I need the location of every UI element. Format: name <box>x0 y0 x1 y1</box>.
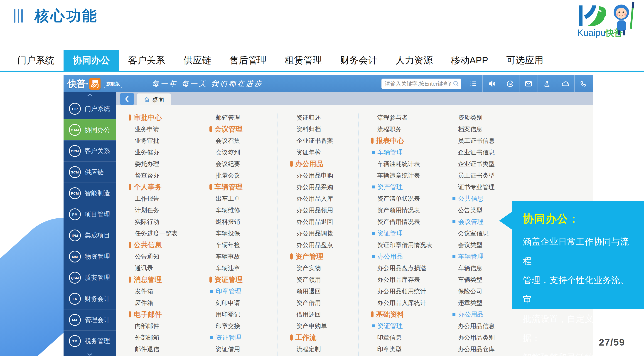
tab-6[interactable]: 租赁管理 <box>276 50 331 71</box>
sidebar-item-qsm[interactable]: QSM质安管理 <box>64 267 116 288</box>
menu-item[interactable]: 委托办理 <box>129 158 197 170</box>
sidebar-item-mm[interactable]: MM物资管理 <box>64 246 116 267</box>
menu-header[interactable]: 资证管理 <box>210 274 278 285</box>
menu-item[interactable]: 办公用品领用 <box>290 204 358 216</box>
sidebar-item-fa[interactable]: FA财务会计 <box>64 288 116 309</box>
sidebar-item-eip[interactable]: EIP门户系统 <box>64 98 116 119</box>
sidebar-item-ma[interactable]: MA管理会计 <box>64 309 116 330</box>
menu-header[interactable]: 车辆管理 <box>210 181 278 193</box>
menu-header[interactable]: 工作流 <box>290 332 358 343</box>
menu-header[interactable]: 会议管理 <box>210 123 278 135</box>
menu-header[interactable]: 审批中心 <box>129 112 197 123</box>
search-icon[interactable] <box>453 80 460 88</box>
menu-item[interactable]: 保险公司 <box>452 285 520 297</box>
menu-item[interactable]: 通讯录 <box>129 262 197 274</box>
menu-subheader[interactable]: 办公用品 <box>452 308 520 320</box>
sidebar-item-scm[interactable]: SCM供应链 <box>64 161 116 183</box>
tab-1[interactable]: 门户系统 <box>8 50 64 71</box>
menu-item[interactable]: 业务催办 <box>129 146 197 158</box>
mail-icon[interactable] <box>519 75 538 92</box>
menu-item[interactable]: 出车工单 <box>210 193 278 204</box>
menu-item[interactable]: 车辆违章统计表 <box>371 170 439 181</box>
sidebar-item-tm[interactable]: TM税务管理 <box>64 330 116 351</box>
stamp-icon[interactable] <box>538 75 556 92</box>
menu-item[interactable]: 用印登记 <box>210 308 278 320</box>
menu-item[interactable]: 刻印申请 <box>210 297 278 308</box>
menu-item[interactable]: 工作报告 <box>129 193 197 204</box>
menu-item[interactable]: 办公用品盘点损溢 <box>371 262 439 274</box>
menu-item[interactable]: 任务进度一览表 <box>129 227 197 239</box>
tab-4[interactable]: 供应链 <box>174 50 220 71</box>
menu-item[interactable]: 资产借用 <box>290 297 358 308</box>
back-button[interactable] <box>120 93 134 105</box>
menu-item[interactable]: 资证印章借用情况表 <box>371 239 439 251</box>
menu-item[interactable]: 办公用品仓库 <box>452 343 520 355</box>
menu-subheader[interactable]: 办公用品 <box>371 251 439 262</box>
menu-item[interactable]: 实际行动 <box>129 216 197 227</box>
chevron-up-icon[interactable] <box>64 92 116 98</box>
menu-item[interactable]: 证书专业管理 <box>452 181 520 193</box>
chevron-down-icon[interactable] <box>64 351 116 356</box>
tab-2[interactable]: 协同办公 <box>64 50 119 71</box>
menu-header[interactable]: 基础资料 <box>371 308 439 320</box>
menu-item[interactable]: 印章交接 <box>210 320 278 332</box>
sidebar-item-oam[interactable]: OAM协同办公 <box>64 119 116 140</box>
menu-item[interactable]: 计划任务 <box>129 204 197 216</box>
menu-item[interactable]: 资质类别 <box>452 112 520 123</box>
sidebar-item-pcm[interactable]: PCM智能制造 <box>64 183 116 204</box>
menu-item[interactable]: 燃料报销 <box>210 216 278 227</box>
menu-item[interactable]: 业务审批 <box>129 135 197 146</box>
menu-item[interactable]: 资产实物 <box>290 262 358 274</box>
menu-item[interactable]: 车辆事故 <box>210 251 278 262</box>
menu-item[interactable]: 办公用品入库统计 <box>371 297 439 308</box>
menu-item[interactable]: 车辆类型 <box>452 274 520 285</box>
cloud-icon[interactable] <box>556 75 574 92</box>
menu-subheader[interactable]: 车辆管理 <box>452 251 520 262</box>
menu-item[interactable]: 流程定制 <box>290 343 358 355</box>
menu-item[interactable]: 车辆年检 <box>210 239 278 251</box>
list-icon[interactable] <box>464 75 482 92</box>
sidebar-item-crm[interactable]: CRM客户关系 <box>64 140 116 161</box>
menu-item[interactable]: 办公用品调拨 <box>290 227 358 239</box>
menu-item[interactable]: 领用退回 <box>290 285 358 297</box>
menu-item[interactable]: 流程参与者 <box>371 112 439 123</box>
tab-5[interactable]: 售后管理 <box>220 50 276 71</box>
menu-header[interactable]: 报表中心 <box>371 135 439 146</box>
menu-item[interactable]: 办公用品库存表 <box>371 274 439 285</box>
menu-item[interactable]: 办公用品入库 <box>290 193 358 204</box>
menu-item[interactable]: 档案信息 <box>452 123 520 135</box>
menu-item[interactable]: 办公用品退回 <box>290 216 358 227</box>
menu-item[interactable]: 资证借用 <box>210 343 278 355</box>
menu-item[interactable]: 违章类型 <box>452 297 520 308</box>
menu-item[interactable]: 会议纪要 <box>210 158 278 170</box>
menu-header[interactable]: 个人事务 <box>129 181 197 193</box>
menu-item[interactable]: 资产申购单 <box>290 320 358 332</box>
menu-item[interactable]: 企业证书信息 <box>452 146 520 158</box>
menu-subheader[interactable]: 资产管理 <box>371 181 439 193</box>
menu-item[interactable]: 印章类型 <box>371 343 439 355</box>
menu-item[interactable]: 车辆信息 <box>452 262 520 274</box>
menu-item[interactable]: 废件箱 <box>129 297 197 308</box>
menu-item[interactable]: 印章信息 <box>371 332 439 343</box>
sidebar-item-ipm[interactable]: IPM集成项目 <box>64 225 116 246</box>
menu-item[interactable]: 车辆违章 <box>210 262 278 274</box>
menu-item[interactable]: 办公用品信息 <box>452 320 520 332</box>
menu-header[interactable]: 资产管理 <box>290 251 358 262</box>
menu-item[interactable]: 办公用品类别 <box>452 332 520 343</box>
menu-item[interactable]: 企业证书备案 <box>290 135 358 146</box>
im-icon[interactable]: IM <box>501 75 519 92</box>
menu-item[interactable]: 督查督办 <box>129 170 197 181</box>
menu-item[interactable]: 借用还回 <box>290 308 358 320</box>
phone-icon[interactable] <box>574 75 593 92</box>
menu-item[interactable]: 会议召集 <box>210 135 278 146</box>
speaker-icon[interactable] <box>482 75 501 92</box>
menu-item[interactable]: 资产借用情况表 <box>371 216 439 227</box>
menu-item[interactable]: 员工证书信息 <box>452 135 520 146</box>
menu-item[interactable]: 车辆油耗统计表 <box>371 158 439 170</box>
search-input[interactable] <box>384 80 451 87</box>
menu-item[interactable]: 员工证书类型 <box>452 170 520 181</box>
menu-item[interactable]: 资料归档 <box>290 123 358 135</box>
menu-item[interactable]: 会议类型 <box>452 239 520 251</box>
menu-item[interactable]: 办公用品领用统计 <box>371 285 439 297</box>
menu-item[interactable]: 车辆投保 <box>210 227 278 239</box>
